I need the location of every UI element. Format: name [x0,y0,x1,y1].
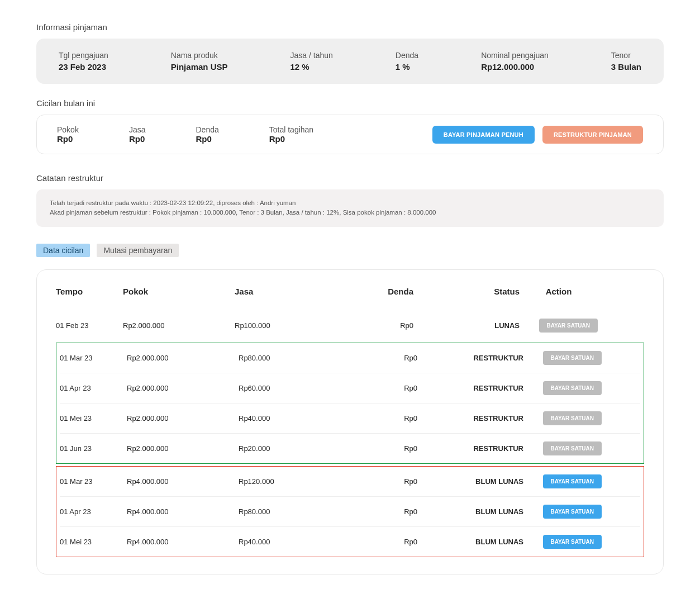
cell-status: RESTRUKTUR [417,414,523,422]
cell-denda: Rp0 [345,414,417,422]
bayar-satuan-button[interactable]: BAYAR SATUAN [543,505,602,519]
cell-tempo: 01 Mei 23 [60,414,127,422]
cell-pokok: Rp2.000.000 [127,414,239,422]
info-title: Informasi pinjaman [36,22,664,32]
info-nominal-label: Nominal pengajuan [481,51,549,60]
info-denda-value: 1 % [396,62,418,72]
cell-tempo: 01 Mar 23 [60,354,127,362]
cicilan-denda-label: Denda [196,125,219,134]
catatan-card: Telah terjadi restruktur pada waktu : 20… [36,189,664,227]
info-tgl-value: 23 Feb 2023 [59,62,108,72]
cell-status: BLUM LUNAS [417,507,523,516]
cell-jasa: Rp40.000 [239,538,345,546]
bayar-satuan-button[interactable]: BAYAR SATUAN [543,474,602,488]
info-tgl-label: Tgl pengajuan [59,51,108,60]
cell-status: BLUM LUNAS [417,477,523,486]
cell-denda: Rp0 [345,384,417,392]
cicilan-pokok-label: Pokok [57,125,79,134]
th-status: Status [413,287,520,296]
info-produk-value: Pinjaman USP [171,62,228,72]
bayar-satuan-button: BAYAR SATUAN [543,351,602,365]
cicilan-card: Pokok Rp0 Jasa Rp0 Denda Rp0 Total tagih… [36,115,664,154]
table-row: 01 Feb 23Rp2.000.000Rp100.000Rp0LUNASBAY… [56,311,644,340]
cell-status: LUNAS [413,321,520,330]
cell-action: BAYAR SATUAN [523,441,602,455]
cell-denda: Rp0 [341,321,413,330]
th-jasa: Jasa [235,287,341,296]
cell-action: BAYAR SATUAN [523,411,602,425]
tab-data-cicilan[interactable]: Data cicilan [36,244,90,257]
cell-jasa: Rp80.000 [239,507,345,516]
catatan-title: Catatan restruktur [36,173,664,183]
info-tenor-label: Tenor [611,51,641,60]
cicilan-table: Tempo Pokok Jasa Denda Status Action 01 … [36,269,664,574]
bayar-satuan-button: BAYAR SATUAN [543,381,602,395]
table-row: 01 Mei 23Rp2.000.000Rp40.000Rp0RESTRUKTU… [60,403,640,433]
cell-denda: Rp0 [345,507,417,516]
cell-jasa: Rp100.000 [235,321,341,330]
blum-lunas-group: 01 Mar 23Rp4.000.000Rp120.000Rp0BLUM LUN… [56,466,644,557]
tab-mutasi-pembayaran[interactable]: Mutasi pembayaran [97,244,179,257]
cicilan-title: Cicilan bulan ini [36,98,664,108]
cell-status: RESTRUKTUR [417,384,523,392]
cell-action: BAYAR SATUAN [520,319,598,333]
cell-pokok: Rp4.000.000 [127,507,239,516]
cell-action: BAYAR SATUAN [523,381,602,395]
cell-tempo: 01 Jun 23 [60,444,127,453]
table-row: 01 Jun 23Rp2.000.000Rp20.000Rp0RESTRUKTU… [60,433,640,463]
bayar-satuan-button: BAYAR SATUAN [543,441,602,455]
bayar-satuan-button: BAYAR SATUAN [543,411,602,425]
cicilan-jasa-label: Jasa [129,125,146,134]
cell-status: RESTRUKTUR [417,444,523,453]
cell-action: BAYAR SATUAN [523,535,602,549]
info-denda-label: Denda [396,51,418,60]
th-denda: Denda [341,287,413,296]
cell-denda: Rp0 [345,538,417,546]
cell-tempo: 01 Apr 23 [60,384,127,392]
bayar-satuan-button[interactable]: BAYAR SATUAN [543,535,602,549]
table-row: 01 Apr 23Rp4.000.000Rp80.000Rp0BLUM LUNA… [60,496,640,526]
info-tenor-value: 3 Bulan [611,62,641,72]
cell-denda: Rp0 [345,354,417,362]
cell-pokok: Rp4.000.000 [127,477,239,486]
cell-tempo: 01 Mar 23 [60,477,127,486]
cell-pokok: Rp2.000.000 [123,321,235,330]
cell-pokok: Rp2.000.000 [127,354,239,362]
cell-status: RESTRUKTUR [417,354,523,362]
restruktur-group: 01 Mar 23Rp2.000.000Rp80.000Rp0RESTRUKTU… [56,343,644,464]
cell-tempo: 01 Apr 23 [60,507,127,516]
th-pokok: Pokok [123,287,235,296]
catatan-line1: Telah terjadi restruktur pada waktu : 20… [50,198,650,208]
bayar-penuh-button[interactable]: BAYAR PINJAMAN PENUH [432,126,535,144]
cell-pokok: Rp2.000.000 [127,384,239,392]
th-action: Action [520,287,598,296]
info-jasa-label: Jasa / tahun [291,51,333,60]
cicilan-denda-value: Rp0 [196,134,219,144]
tabs: Data cicilan Mutasi pembayaran [36,244,664,257]
info-nominal-value: Rp12.000.000 [481,62,549,72]
catatan-line2: Akad pinjaman sebelum restruktur : Pokok… [50,208,650,217]
cicilan-total-label: Total tagihan [269,125,313,134]
table-row: 01 Mar 23Rp2.000.000Rp80.000Rp0RESTRUKTU… [60,343,640,373]
table-row: 01 Apr 23Rp2.000.000Rp60.000Rp0RESTRUKTU… [60,373,640,403]
info-produk-label: Nama produk [171,51,228,60]
cell-tempo: 01 Feb 23 [56,321,123,330]
cell-denda: Rp0 [345,477,417,486]
cell-action: BAYAR SATUAN [523,351,602,365]
cicilan-total-value: Rp0 [269,134,313,144]
cell-jasa: Rp40.000 [239,414,345,422]
cell-pokok: Rp2.000.000 [127,444,239,453]
bayar-satuan-button: BAYAR SATUAN [539,319,598,333]
table-row: 01 Mar 23Rp4.000.000Rp120.000Rp0BLUM LUN… [60,467,640,496]
cell-jasa: Rp120.000 [239,477,345,486]
cell-action: BAYAR SATUAN [523,505,602,519]
cell-action: BAYAR SATUAN [523,474,602,488]
cell-jasa: Rp60.000 [239,384,345,392]
cell-jasa: Rp80.000 [239,354,345,362]
restruktur-button[interactable]: RESTRUKTUR PINJAMAN [542,126,643,144]
cell-status: BLUM LUNAS [417,538,523,546]
table-header: Tempo Pokok Jasa Denda Status Action [56,287,644,311]
cicilan-pokok-value: Rp0 [57,134,79,144]
th-tempo: Tempo [56,287,123,296]
cell-pokok: Rp4.000.000 [127,538,239,546]
